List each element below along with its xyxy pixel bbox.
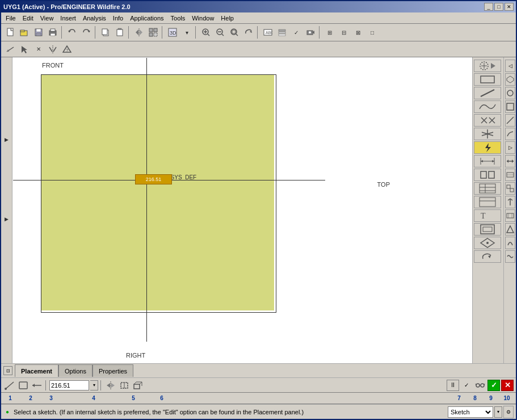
zoom-out-button[interactable] xyxy=(213,26,227,39)
menu-view[interactable]: View xyxy=(37,14,57,23)
rfp-btn-1[interactable]: ◁ xyxy=(505,60,515,72)
maximize-button[interactable]: □ xyxy=(494,3,503,11)
rp-btn-sketch[interactable] xyxy=(474,60,501,72)
rp-btn-constraint[interactable] xyxy=(474,169,501,181)
sketch-help-btn[interactable]: ? xyxy=(60,43,74,56)
svg-marker-64 xyxy=(485,143,491,152)
eyeglass-btn[interactable] xyxy=(474,380,486,391)
svg-rect-98 xyxy=(507,213,514,218)
misc-btn-3[interactable]: ⊠ xyxy=(351,26,365,39)
reject-button[interactable]: ✕ xyxy=(501,380,514,391)
menu-window[interactable]: Window xyxy=(188,14,217,23)
text-btn[interactable]: ABC xyxy=(261,26,275,39)
check-btn[interactable]: ✓ xyxy=(289,26,303,39)
rp-btn-dim[interactable] xyxy=(474,155,501,167)
rfp-btn-15[interactable] xyxy=(505,250,515,263)
bt-offset-btn[interactable] xyxy=(118,380,131,391)
sketch-select-arrow[interactable]: ▾ xyxy=(494,406,502,418)
rp-btn-lightning[interactable] xyxy=(474,141,501,154)
rfp-btn-7[interactable]: ▷ xyxy=(505,141,515,154)
rfp-btn-4[interactable] xyxy=(505,100,515,113)
copy-button[interactable] xyxy=(99,26,112,39)
rfp-btn-11[interactable] xyxy=(505,196,515,208)
rfp-btn-12[interactable] xyxy=(505,209,515,222)
misc-btn-2[interactable]: ⊟ xyxy=(337,26,351,39)
view-btn-1[interactable]: 3D xyxy=(166,26,179,39)
rp-btn-star[interactable] xyxy=(474,128,501,140)
svg-point-85 xyxy=(507,90,513,96)
zoom-in-button[interactable] xyxy=(199,26,213,39)
rp-btn-cross[interactable] xyxy=(474,114,501,127)
minimize-button[interactable]: _ xyxy=(484,3,493,11)
rp-btn-frame[interactable] xyxy=(474,223,501,236)
rfp-btn-2[interactable] xyxy=(505,73,515,86)
left-arrow-top[interactable]: ▶ xyxy=(5,137,9,142)
rfp-btn-6[interactable] xyxy=(505,128,515,140)
redo-button[interactable] xyxy=(79,26,93,39)
save-button[interactable] xyxy=(32,26,45,39)
rp-btn-rotate[interactable] xyxy=(474,250,501,263)
value-dropdown[interactable]: ▾ xyxy=(90,380,98,390)
tab-options[interactable]: Options xyxy=(58,364,93,377)
new-button[interactable] xyxy=(3,26,17,39)
pattern-button[interactable] xyxy=(146,26,160,39)
rfp-btn-14[interactable] xyxy=(505,237,515,249)
pause-button[interactable]: II xyxy=(447,380,459,391)
sketch-line-btn[interactable] xyxy=(3,43,17,56)
close-button[interactable]: ✕ xyxy=(505,3,514,11)
paste-button[interactable] xyxy=(113,26,127,39)
menu-applications[interactable]: Applications xyxy=(127,14,167,23)
rfp-btn-5[interactable] xyxy=(505,114,515,127)
bt-box-btn[interactable] xyxy=(132,380,144,391)
sketch-view: PRT_CSYS_DEF 216.51 xyxy=(41,74,276,313)
bt-btn-3[interactable] xyxy=(31,380,43,391)
misc-btn-4[interactable]: □ xyxy=(365,26,379,39)
rfp-btn-13[interactable] xyxy=(505,223,515,236)
misc-btn-1[interactable]: ⊞ xyxy=(323,26,337,39)
menu-tools[interactable]: Tools xyxy=(167,14,189,23)
sketch-del-btn[interactable]: ✕ xyxy=(32,43,45,56)
left-arrow-mid[interactable]: ▶ xyxy=(5,216,9,222)
svg-rect-93 xyxy=(507,185,510,188)
rfp-btn-8[interactable] xyxy=(505,155,515,167)
cam-btn[interactable] xyxy=(304,26,317,39)
bt-flip-btn[interactable] xyxy=(104,380,117,391)
menu-help[interactable]: Help xyxy=(217,14,237,23)
layer-btn[interactable] xyxy=(275,26,289,39)
zoom-window-button[interactable] xyxy=(228,26,241,39)
rp-btn-table[interactable] xyxy=(474,182,501,195)
sketch-select-btn[interactable] xyxy=(18,43,31,56)
menu-analysis[interactable]: Analysis xyxy=(79,14,110,23)
menu-file[interactable]: File xyxy=(2,14,19,23)
rp-btn-text[interactable]: T xyxy=(474,209,501,222)
rp-btn-rect[interactable] xyxy=(474,73,501,86)
sketch-mirror-btn[interactable] xyxy=(46,43,60,56)
rfp-btn-10[interactable] xyxy=(505,182,515,195)
menu-edit[interactable]: Edit xyxy=(19,14,37,23)
num-3: 3 xyxy=(47,395,56,401)
bt-btn-2[interactable] xyxy=(17,380,30,391)
rp-btn-spline[interactable] xyxy=(474,100,501,113)
view-dropdown[interactable]: ▾ xyxy=(180,26,194,39)
open-button[interactable] xyxy=(18,26,31,39)
check-options-btn[interactable]: ✓ xyxy=(460,380,473,391)
spin-button[interactable] xyxy=(242,26,255,39)
sketch-select[interactable]: Sketch xyxy=(448,406,493,418)
svg-rect-72 xyxy=(480,184,495,193)
mirror-button[interactable] xyxy=(132,26,146,39)
rp-btn-minus[interactable] xyxy=(474,196,501,208)
rfp-btn-3[interactable] xyxy=(505,87,515,99)
tab-properties[interactable]: Properties xyxy=(93,364,133,377)
value-input[interactable] xyxy=(49,380,89,390)
rfp-btn-9[interactable] xyxy=(505,169,515,181)
undo-button[interactable] xyxy=(65,26,79,39)
print-button[interactable] xyxy=(46,26,60,39)
accept-button[interactable]: ✓ xyxy=(487,380,500,391)
rp-btn-diamond[interactable] xyxy=(474,237,501,249)
tab-placement[interactable]: Placement xyxy=(15,364,58,377)
rp-btn-line[interactable] xyxy=(474,87,501,99)
bt-btn-1[interactable] xyxy=(3,380,16,391)
menu-info[interactable]: Info xyxy=(110,14,127,23)
sketch-settings-btn[interactable]: ⚙ xyxy=(503,406,514,418)
menu-insert[interactable]: Insert xyxy=(57,14,79,23)
